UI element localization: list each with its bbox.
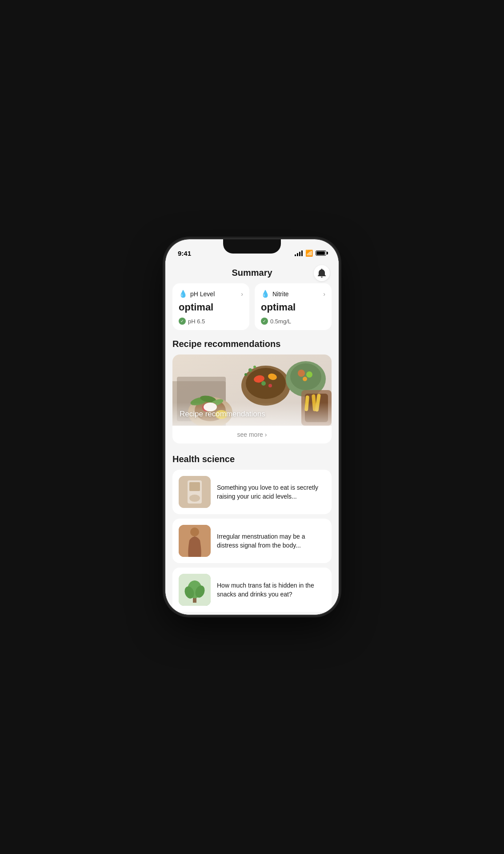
svg-rect-33 (189, 482, 200, 491)
drop-icon: 💧 (179, 290, 188, 298)
recipe-overlay-text: Recipe recommendations (172, 403, 332, 426)
metric-cards: 💧 pH Level › optimal ✓ pH 6.5 (165, 283, 339, 337)
health-thumb-1 (179, 476, 211, 508)
see-more-chevron: › (265, 431, 267, 438)
svg-point-27 (248, 368, 252, 372)
health-article-1-text: Something you love to eat is secretly ra… (217, 483, 325, 501)
metric-name: pH Level (190, 290, 215, 298)
see-more-button[interactable]: see more › (172, 426, 332, 443)
metric-value: optimal (179, 302, 243, 313)
svg-point-36 (190, 528, 199, 536)
recipe-card[interactable]: Recipe recommendations see more › (172, 354, 332, 443)
metric-name-2: Nitrite (272, 290, 289, 298)
health-article-3-text: How much trans fat is hidden in the snac… (217, 581, 325, 599)
health-article-3[interactable]: How much trans fat is hidden in the snac… (172, 568, 332, 612)
metric-header: 💧 pH Level › (179, 290, 243, 298)
nitrite-card[interactable]: 💧 Nitrite › optimal ✓ 0.5mg/L (255, 283, 332, 330)
status-icons: 📶 (295, 250, 326, 257)
health-thumb-2 (179, 525, 211, 557)
status-time: 9:41 (178, 250, 191, 257)
metric-label-row: 💧 pH Level (179, 290, 215, 298)
ph-level-card[interactable]: 💧 pH Level › optimal ✓ pH 6.5 (172, 283, 249, 330)
svg-point-15 (261, 381, 266, 386)
wifi-icon: 📶 (305, 250, 313, 257)
check-circle-icon: ✓ (179, 318, 186, 325)
recipe-section-title: Recipe recommendations (165, 337, 339, 354)
metric-badge: ✓ pH 6.5 (179, 318, 243, 325)
metric-badge-text: pH 6.5 (188, 318, 205, 325)
metric-badge-text-2: 0.5mg/L (270, 318, 291, 325)
health-section: Health science Something you love to eat… (165, 447, 339, 612)
metric-chevron-2: › (323, 290, 325, 298)
bell-icon (318, 269, 326, 278)
svg-point-20 (306, 371, 312, 378)
see-more-text: see more (237, 431, 263, 438)
health-article-1[interactable]: Something you love to eat is secretly ra… (172, 470, 332, 514)
phone-shell: 9:41 📶 Summary (165, 239, 339, 615)
svg-point-18 (290, 363, 321, 390)
metric-label-row-2: 💧 Nitrite (261, 290, 289, 298)
signal-icon (295, 250, 303, 256)
metric-header-2: 💧 Nitrite › (261, 290, 325, 298)
svg-point-28 (244, 373, 247, 376)
health-thumb-3 (179, 574, 211, 606)
screen-content[interactable]: Summary 💧 pH Level (165, 261, 339, 615)
metric-value-2: optimal (261, 302, 325, 313)
battery-icon (316, 250, 326, 256)
svg-point-19 (298, 370, 305, 377)
health-image-2 (179, 525, 211, 557)
page-title: Summary (232, 268, 272, 278)
drop-icon-2: 💧 (261, 290, 270, 298)
check-circle-icon-2: ✓ (261, 318, 268, 325)
health-article-2[interactable]: Irregular menstruation may be a distress… (172, 519, 332, 563)
notification-button[interactable] (314, 265, 330, 281)
page-header: Summary (165, 261, 339, 283)
svg-point-34 (189, 495, 200, 502)
svg-point-29 (253, 366, 256, 368)
svg-point-21 (303, 377, 307, 381)
health-section-title: Health science (172, 454, 332, 464)
health-image-1 (179, 476, 211, 508)
phone-screen: 9:41 📶 Summary (165, 239, 339, 615)
svg-point-16 (268, 384, 272, 387)
notch (223, 239, 281, 254)
health-image-3 (179, 574, 211, 606)
recipe-image: Recipe recommendations (172, 354, 332, 426)
health-article-2-text: Irregular menstruation may be a distress… (217, 532, 325, 550)
metric-badge-2: ✓ 0.5mg/L (261, 318, 325, 325)
metric-chevron: › (241, 290, 243, 298)
